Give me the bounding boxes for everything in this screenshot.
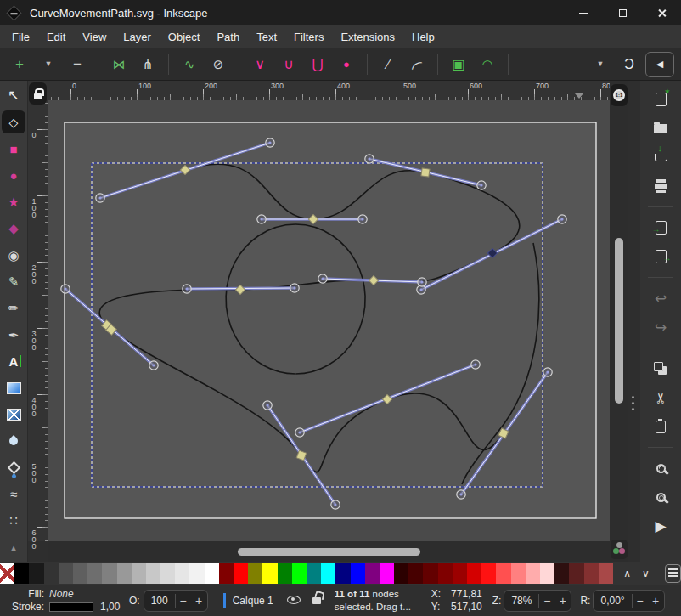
export-image-button[interactable] <box>648 246 673 267</box>
make-corner-button[interactable]: ∨ <box>247 53 273 76</box>
make-auto-button[interactable]: ● <box>334 53 359 76</box>
zoom-drawing-button[interactable] <box>648 487 673 507</box>
color-swatch[interactable] <box>102 563 116 584</box>
object-to-path-button[interactable]: ▣ <box>446 53 471 76</box>
color-swatch[interactable] <box>569 563 583 584</box>
calligraphy-tool[interactable]: ✒ <box>2 324 25 347</box>
color-swatch[interactable] <box>335 563 350 584</box>
color-swatch[interactable] <box>292 563 307 584</box>
opacity-spinbox[interactable]: 100 − + <box>144 590 208 612</box>
color-swatch[interactable] <box>453 563 467 584</box>
maximize-button[interactable] <box>603 0 642 25</box>
color-swatch[interactable] <box>496 563 510 584</box>
zoom-value[interactable]: 78% <box>504 595 538 607</box>
break-nodes-button[interactable]: ⋔ <box>135 53 160 76</box>
horizontal-ruler[interactable]: 0100200300400500600700800 <box>48 81 610 100</box>
minimize-button[interactable] <box>564 0 603 25</box>
menu-edit[interactable]: Edit <box>38 27 74 47</box>
color-swatch[interactable] <box>248 563 262 584</box>
color-swatch[interactable] <box>175 563 189 584</box>
color-swatch[interactable] <box>205 563 219 584</box>
color-swatch[interactable] <box>307 563 321 584</box>
swatch-none[interactable] <box>0 563 14 584</box>
save-document-button[interactable] <box>648 147 673 167</box>
canvas[interactable] <box>48 100 610 541</box>
delete-node-button[interactable]: − <box>65 53 90 76</box>
color-swatch[interactable] <box>87 563 102 584</box>
color-swatch[interactable] <box>132 563 146 584</box>
paint-bucket-tool[interactable] <box>2 456 25 479</box>
panel-toggle-button[interactable]: ◀ <box>645 52 674 77</box>
color-swatch[interactable] <box>394 563 408 584</box>
color-swatch[interactable] <box>262 563 277 584</box>
zoom-1-1-button[interactable]: 1:1 <box>611 84 628 106</box>
rotation-spinbox[interactable]: 0,00° − + <box>593 590 664 612</box>
show-transform-handles-button[interactable]: Ɔ <box>616 53 642 76</box>
zoom-decrease-button[interactable]: − <box>538 594 554 608</box>
menu-view[interactable]: View <box>74 27 115 47</box>
color-managed-view-button[interactable] <box>611 540 628 559</box>
color-swatch[interactable] <box>365 563 380 584</box>
palette-scroll-up[interactable]: ∧ <box>618 563 637 584</box>
join-with-segment-button[interactable]: ∿ <box>177 53 202 76</box>
color-swatch[interactable] <box>29 563 43 584</box>
make-symmetric-button[interactable]: ⋃ <box>305 53 330 76</box>
star-tool[interactable]: ★ <box>2 190 25 213</box>
x-coord-menu-button[interactable]: ▼ <box>588 53 613 76</box>
color-swatch[interactable] <box>278 563 292 584</box>
ellipse-tool[interactable]: ● <box>2 164 25 187</box>
color-swatch[interactable] <box>44 563 59 584</box>
color-swatch[interactable] <box>599 563 613 584</box>
tweak-tool[interactable]: ≈ <box>2 483 25 506</box>
gradient-tool[interactable] <box>2 376 25 399</box>
color-swatch[interactable] <box>467 563 481 584</box>
print-document-button[interactable] <box>648 176 673 196</box>
panel-grip[interactable] <box>628 81 640 562</box>
paste-button[interactable] <box>648 416 673 437</box>
color-swatch[interactable] <box>59 563 73 584</box>
color-swatch[interactable] <box>160 563 175 584</box>
lock-guides-button[interactable] <box>29 82 47 105</box>
more-commands-button[interactable]: ▶ <box>648 516 673 536</box>
color-swatch[interactable] <box>146 563 160 584</box>
path-node[interactable] <box>421 168 430 177</box>
rotation-decrease-button[interactable]: − <box>632 594 648 608</box>
color-swatch[interactable] <box>408 563 423 584</box>
opacity-increase-button[interactable]: + <box>191 594 207 608</box>
opacity-decrease-button[interactable]: − <box>175 594 191 608</box>
cut-button[interactable]: ✂ <box>648 387 673 408</box>
menu-extensions[interactable]: Extensions <box>332 27 403 47</box>
horizontal-scrollbar-thumb[interactable] <box>238 548 420 556</box>
color-swatch[interactable] <box>351 563 365 584</box>
horizontal-scrollbar[interactable] <box>48 541 610 562</box>
new-document-button[interactable] <box>648 89 673 110</box>
box3d-tool[interactable]: ◆ <box>2 217 25 240</box>
make-smooth-button[interactable]: ∪ <box>276 53 301 76</box>
undo-button[interactable]: ↩ <box>648 288 673 308</box>
color-swatch[interactable] <box>117 563 132 584</box>
join-nodes-button[interactable]: ⋈ <box>106 53 132 76</box>
open-document-button[interactable] <box>648 118 673 138</box>
color-swatch[interactable] <box>219 563 234 584</box>
pen-tool[interactable]: ✎ <box>2 270 25 293</box>
color-swatch[interactable] <box>14 563 29 584</box>
color-swatch[interactable] <box>481 563 496 584</box>
dropper-tool[interactable] <box>2 430 25 453</box>
menu-object[interactable]: Object <box>160 27 209 47</box>
zoom-increase-button[interactable]: + <box>554 594 571 608</box>
menu-file[interactable]: File <box>3 27 38 47</box>
color-swatch[interactable] <box>189 563 204 584</box>
layer-name[interactable]: Calque 1 <box>233 595 273 607</box>
color-swatch[interactable] <box>380 563 394 584</box>
toolbox-scroll-more[interactable]: ▴ <box>2 536 25 559</box>
zoom-spinbox[interactable]: 78% − + <box>504 590 571 612</box>
rotation-value[interactable]: 0,00° <box>594 595 631 607</box>
color-swatch[interactable] <box>511 563 526 584</box>
stroke-color-swatch[interactable] <box>49 602 93 612</box>
color-swatch[interactable] <box>438 563 453 584</box>
vertical-ruler[interactable]: 0100200300400500600 <box>28 100 48 541</box>
menu-filters[interactable]: Filters <box>285 27 332 47</box>
menu-path[interactable]: Path <box>208 27 248 47</box>
layer-visibility-toggle[interactable] <box>287 595 301 607</box>
menu-layer[interactable]: Layer <box>115 27 160 47</box>
